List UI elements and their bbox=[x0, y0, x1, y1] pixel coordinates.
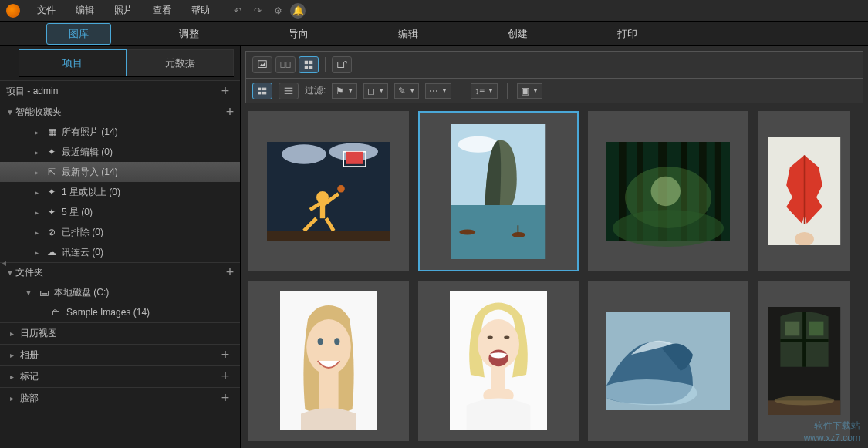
thumbnail-item[interactable] bbox=[758, 281, 850, 441]
tree-label: 智能收藏夹 bbox=[15, 106, 220, 119]
add-tag-button[interactable]: + bbox=[215, 369, 235, 385]
tree-one-star[interactable]: ▸ ✦ 1 星或以上 (0) bbox=[0, 182, 240, 202]
tree-recent-edit[interactable]: ▸ ✦ 最近编辑 (0) bbox=[0, 142, 240, 162]
thumbnail-item[interactable] bbox=[248, 281, 409, 441]
chevron-right-icon: ▸ bbox=[6, 329, 17, 338]
photo-island bbox=[448, 124, 549, 259]
star-icon: ✦ bbox=[45, 187, 59, 197]
tree-excluded[interactable]: ▸ ⊘ 已排除 (0) bbox=[0, 222, 240, 242]
tree-five-star[interactable]: ▸ ✦ 5 星 (0) bbox=[0, 202, 240, 222]
svg-rect-32 bbox=[518, 225, 519, 234]
filter-more-dropdown[interactable]: ⋯▼ bbox=[425, 83, 451, 99]
menu-photo[interactable]: 照片 bbox=[105, 1, 142, 20]
thumbnail-item[interactable] bbox=[248, 111, 409, 271]
svg-rect-7 bbox=[309, 66, 312, 69]
photo-wave bbox=[606, 299, 730, 423]
thumbnail-item[interactable] bbox=[418, 281, 579, 441]
side-tab-metadata[interactable]: 元数据 bbox=[127, 49, 235, 76]
sidebar-collapse-handle[interactable]: ◂ bbox=[2, 248, 9, 278]
tree-recent-import[interactable]: ▸ ⇱ 最新导入 (14) bbox=[0, 162, 240, 182]
tree-folders[interactable]: ▼ 文件夹 + bbox=[0, 262, 240, 282]
module-tabs: 图库 调整 导向 编辑 创建 打印 bbox=[0, 22, 868, 46]
sparkle-icon: ✦ bbox=[45, 147, 59, 157]
tree-label: Sample Images (14) bbox=[66, 307, 240, 318]
filter-toolbar: 过滤: ⚑▼ ◻▼ ✎▼ ⋯▼ ↕≡▼ ▣▼ bbox=[245, 79, 863, 103]
menu-edit[interactable]: 编辑 bbox=[66, 1, 103, 20]
svg-rect-8 bbox=[338, 62, 344, 68]
chevron-down-icon: ▼ bbox=[23, 288, 34, 297]
view-toolbar bbox=[245, 51, 863, 79]
filter-brush-dropdown[interactable]: ✎▼ bbox=[394, 83, 419, 99]
add-face-button[interactable]: + bbox=[215, 390, 235, 406]
tree-smart-collection[interactable]: ▼ 智能收藏夹 + bbox=[0, 102, 240, 122]
svg-rect-22 bbox=[346, 152, 363, 164]
view-grid-icon[interactable] bbox=[299, 56, 319, 73]
view-thumbnails-icon[interactable] bbox=[252, 83, 272, 99]
photo-leaf bbox=[768, 137, 841, 245]
svg-point-25 bbox=[337, 185, 345, 193]
ban-icon: ⊘ bbox=[45, 227, 59, 237]
chevron-right-icon: ▸ bbox=[31, 168, 42, 177]
drive-icon: 🖴 bbox=[37, 287, 51, 298]
fullscreen-icon[interactable] bbox=[332, 56, 352, 73]
menu-view[interactable]: 查看 bbox=[144, 1, 181, 20]
app-logo bbox=[6, 4, 20, 18]
settings-icon[interactable]: ⚙ bbox=[270, 3, 285, 19]
tree-label: 所有照片 (14) bbox=[62, 126, 240, 139]
add-project-button[interactable]: + bbox=[215, 83, 235, 99]
tree-drive[interactable]: ▼ 🖴 本地磁盘 (C:) bbox=[0, 282, 240, 302]
tree-album[interactable]: ▸相册 + bbox=[0, 344, 240, 365]
undo-icon[interactable]: ↶ bbox=[230, 3, 245, 19]
tab-library[interactable]: 图库 bbox=[46, 23, 111, 45]
tab-edit[interactable]: 编辑 bbox=[377, 24, 440, 44]
filter-flag-dropdown[interactable]: ⚑▼ bbox=[332, 83, 357, 99]
thumbnail-item[interactable] bbox=[758, 111, 850, 271]
tree-cloud[interactable]: ▸ ☁ 讯连云 (0) bbox=[0, 242, 240, 262]
tree-tag[interactable]: ▸标记 + bbox=[0, 365, 240, 387]
svg-rect-15 bbox=[285, 87, 293, 88]
tree-sample-images[interactable]: 🗀 Sample Images (14) bbox=[0, 302, 240, 322]
menu-help[interactable]: 帮助 bbox=[182, 1, 219, 20]
project-header-label: 项目 - admin bbox=[6, 85, 58, 98]
tab-guide[interactable]: 导向 bbox=[267, 24, 330, 44]
sort-dropdown[interactable]: ↕≡▼ bbox=[471, 83, 498, 99]
photo-basketball bbox=[267, 130, 390, 253]
add-album-button[interactable]: + bbox=[215, 347, 235, 363]
thumbnail-item[interactable] bbox=[418, 111, 579, 271]
tree-calendar[interactable]: ▸日历视图 bbox=[0, 322, 240, 344]
side-tab-project[interactable]: 项目 bbox=[19, 49, 127, 76]
tree-face[interactable]: ▸脸部 + bbox=[0, 387, 240, 409]
tab-print[interactable]: 打印 bbox=[596, 24, 659, 44]
redo-icon[interactable]: ↷ bbox=[250, 3, 265, 19]
chevron-right-icon: ▸ bbox=[31, 248, 42, 257]
svg-point-48 bbox=[334, 338, 339, 345]
tab-adjust[interactable]: 调整 bbox=[157, 24, 221, 44]
svg-point-41 bbox=[613, 210, 724, 247]
chevron-down-icon: ▼ bbox=[5, 108, 15, 116]
svg-point-47 bbox=[318, 338, 323, 345]
tree-label: 日历视图 bbox=[20, 327, 57, 340]
add-folder-button[interactable]: + bbox=[220, 264, 240, 281]
thumbnail-item[interactable] bbox=[588, 111, 748, 271]
notification-icon[interactable]: 🔔 bbox=[290, 3, 306, 19]
view-single-icon[interactable] bbox=[252, 56, 272, 73]
thumbnail-item[interactable] bbox=[588, 281, 748, 441]
tree-label: 最新导入 (14) bbox=[62, 166, 240, 179]
chevron-right-icon: ▸ bbox=[31, 188, 42, 197]
tree-all-photos[interactable]: ▸ ▦ 所有照片 (14) bbox=[0, 122, 240, 142]
brush-icon: ✎ bbox=[398, 86, 406, 96]
photo-woman-laughing bbox=[448, 291, 549, 430]
view-compare-icon[interactable] bbox=[275, 56, 296, 73]
svg-rect-11 bbox=[262, 89, 266, 89]
svg-rect-16 bbox=[285, 90, 293, 91]
tab-create[interactable]: 创建 bbox=[486, 24, 549, 44]
tree-label: 讯连云 (0) bbox=[62, 246, 240, 259]
svg-rect-4 bbox=[305, 61, 308, 64]
view-list-icon[interactable] bbox=[279, 83, 299, 99]
filter-label-dropdown[interactable]: ◻▼ bbox=[363, 83, 388, 99]
project-header[interactable]: 项目 - admin + bbox=[0, 80, 240, 102]
add-smart-button[interactable]: + bbox=[220, 104, 240, 120]
menu-file[interactable]: 文件 bbox=[28, 1, 65, 20]
chevron-down-icon: ▼ bbox=[532, 87, 539, 94]
stack-dropdown[interactable]: ▣▼ bbox=[517, 83, 542, 99]
